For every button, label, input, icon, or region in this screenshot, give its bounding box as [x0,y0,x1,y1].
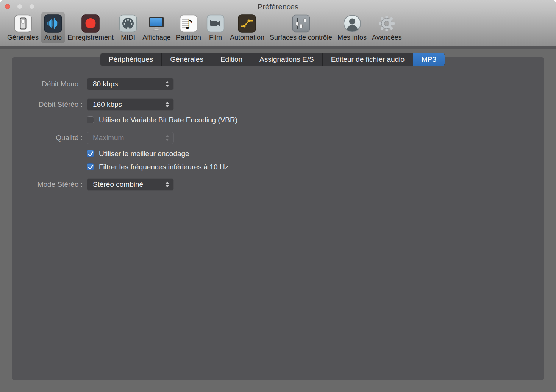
gear-icon [378,14,396,33]
best-encoding-checkbox[interactable] [87,150,94,157]
toolbar-item-label: Mes infos [337,34,367,42]
low-freq-filter-checkbox[interactable] [87,163,94,170]
toolbar-item-automation[interactable]: Automation [227,12,267,43]
chevron-up-down-icon [165,101,169,108]
record-icon [81,14,100,33]
midi-connector-icon [119,14,137,33]
mode-stereo-select[interactable]: Stéréo combiné [87,178,174,191]
toolbar-item-partition[interactable]: ♪ Partition [173,12,204,43]
qualite-value: Maximum [93,132,124,144]
low-freq-filter-label: Filtrer les fréquences inférieures à 10 … [99,163,228,171]
tab-editeur-fichier-audio[interactable]: Éditeur de fichier audio [323,53,413,66]
preferences-tab-bar: Périphériques Générales Édition Assignat… [100,53,445,66]
debit-stereo-label: Débit Stéréo : [12,98,83,111]
chevron-up-down-icon [165,134,169,141]
checkmark-icon [87,164,94,171]
toolbar-item-audio[interactable]: Audio [41,12,65,43]
toolbar-item-affichage[interactable]: Affichage [140,12,173,43]
toolbar-item-label: Automation [230,34,264,42]
debit-stereo-select[interactable]: 160 kbps [87,98,174,111]
qualite-label: Qualité : [12,132,83,144]
music-note-icon: ♪ [180,14,198,33]
toolbar-item-surfaces-de-controle[interactable]: Surfaces de contrôle [267,12,335,43]
preferences-toolbar: Générales [5,12,405,43]
tab-peripheriques[interactable]: Périphériques [100,53,162,66]
toolbar-item-label: Surfaces de contrôle [270,34,332,42]
toolbar-item-label: Film [209,34,222,42]
toolbar-item-label: MIDI [121,34,135,42]
toolbar-item-label: Audio [44,34,62,42]
mixer-sliders-icon [292,14,310,33]
toolbar-item-label: Affichage [142,34,171,42]
chevron-up-down-icon [165,81,169,87]
display-icon [147,14,166,33]
titlebar-toolbar: Préférences Générales [0,0,556,49]
video-camera-icon [206,14,225,33]
toolbar-item-film[interactable]: Film [204,12,227,43]
window-title: Préférences [0,3,556,11]
toolbar-item-enregistrement[interactable]: Enregistrement [65,12,116,43]
automation-curve-icon [238,14,256,33]
checkmark-icon [87,150,94,158]
debit-mono-value: 80 kbps [93,78,118,90]
toolbar-item-label: Avancées [372,34,402,42]
toolbar-item-label: Générales [7,34,39,42]
chevron-up-down-icon [165,181,169,188]
qualite-select: Maximum [87,132,174,144]
debit-stereo-value: 160 kbps [93,99,122,110]
user-icon [343,14,361,33]
toolbar-item-generales[interactable]: Générales [5,12,41,43]
toolbar-item-label: Partition [176,34,201,42]
mode-stereo-value: Stéréo combiné [93,179,143,190]
switch-icon [14,14,32,33]
toolbar-item-mes-infos[interactable]: Mes infos [335,12,369,43]
mode-stereo-label: Mode Stéréo : [12,178,83,191]
mp3-settings-panel: Débit Mono : 80 kbps Débit Stéréo : 160 … [12,57,544,380]
debit-mono-select[interactable]: 80 kbps [87,78,174,90]
tab-assignations-es[interactable]: Assignations E/S [251,53,323,66]
toolbar-item-midi[interactable]: MIDI [116,12,140,43]
tab-generales[interactable]: Générales [162,53,212,66]
toolbar-item-avancees[interactable]: Avancées [369,12,405,43]
debit-mono-label: Débit Mono : [12,78,83,90]
vbr-checkbox[interactable] [87,116,94,123]
preferences-window: Préférences Générales [0,0,556,392]
svg-text:♪: ♪ [185,17,193,32]
tab-mp3[interactable]: MP3 [413,53,445,66]
audio-waveform-icon [44,14,62,33]
tab-edition[interactable]: Édition [212,53,251,66]
vbr-checkbox-label: Utiliser le Variable Bit Rate Encoding (… [99,116,237,124]
toolbar-item-label: Enregistrement [67,34,114,42]
best-encoding-label: Utiliser le meilleur encodage [99,150,189,158]
